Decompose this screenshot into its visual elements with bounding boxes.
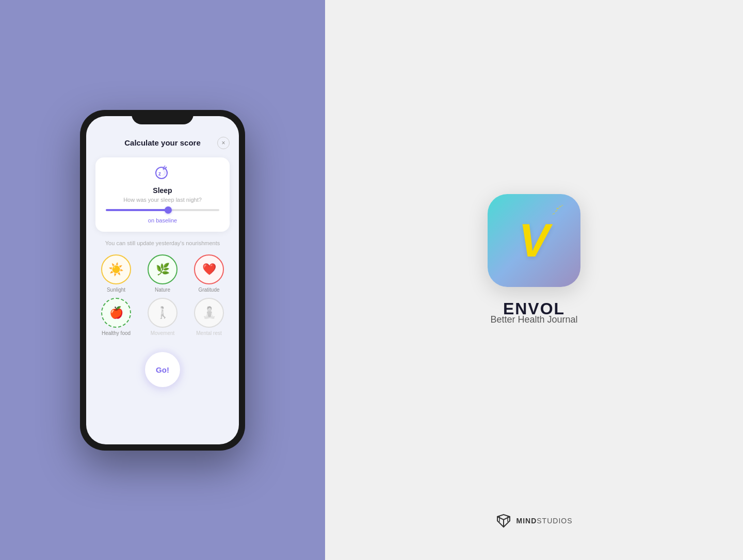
nourishments-grid: ☀️ Sunlight 🌿 Nature ❤️: [95, 254, 230, 336]
close-button[interactable]: ×: [217, 137, 230, 149]
phone-screen: Calculate your score × z z: [86, 116, 239, 444]
screen-header: Calculate your score ×: [95, 137, 230, 149]
ms-brand: MIND: [516, 517, 537, 525]
mental-label: Mental rest: [196, 330, 221, 336]
left-panel: Calculate your score × z z: [0, 0, 325, 560]
nature-icon: 🌿: [156, 263, 170, 276]
go-button[interactable]: Go!: [145, 352, 180, 387]
svg-text:z: z: [163, 167, 165, 170]
mental-circle: 🧘: [194, 298, 224, 328]
slider-fill: [106, 209, 168, 211]
app-icon: V: [488, 194, 580, 287]
food-icon: 🍎: [109, 306, 123, 319]
nature-label: Nature: [155, 287, 170, 293]
food-circle: 🍎: [101, 298, 131, 328]
nourish-item-gratitude[interactable]: ❤️ Gratitude: [188, 254, 230, 293]
phone-notch: [132, 110, 193, 124]
sleep-icon: z z z: [155, 166, 170, 183]
gratitude-label: Gratitude: [198, 287, 219, 293]
sunlight-icon: ☀️: [108, 262, 124, 277]
nourish-item-nature[interactable]: 🌿 Nature: [142, 254, 183, 293]
svg-point-6: [562, 205, 563, 206]
svg-text:z: z: [166, 166, 167, 169]
go-button-wrap: Go!: [139, 346, 186, 393]
gratitude-icon: ❤️: [202, 263, 216, 276]
right-panel: V ENVOL Better Health Journal: [325, 0, 743, 560]
slider-track: [106, 209, 219, 211]
sleep-title: Sleep: [153, 186, 172, 195]
movement-circle: 🚶: [148, 298, 177, 328]
nourish-item-mental-rest[interactable]: 🧘 Mental rest: [188, 298, 230, 336]
sleep-slider[interactable]: [106, 209, 219, 211]
gratitude-circle: ❤️: [194, 254, 224, 284]
sunlight-circle: ☀️: [101, 254, 131, 284]
svg-text:z: z: [158, 171, 161, 177]
svg-point-4: [557, 207, 558, 209]
phone-frame: Calculate your score × z z: [80, 110, 245, 451]
movement-label: Movement: [151, 330, 175, 336]
screen-content: Calculate your score × z z: [86, 116, 239, 444]
slider-thumb: [165, 206, 172, 214]
nourish-item-healthy-food[interactable]: 🍎 Healthy food: [95, 298, 137, 336]
nature-circle: 🌿: [148, 254, 177, 284]
sunlight-label: Sunlight: [107, 287, 125, 293]
screen-title: Calculate your score: [124, 138, 201, 147]
sleep-card: z z z Sleep How was your sleep last nigh…: [95, 157, 230, 232]
sleep-subtitle: How was your sleep last night?: [123, 197, 202, 203]
go-button-label: Go!: [156, 365, 169, 374]
nourish-item-sunlight[interactable]: ☀️ Sunlight: [95, 254, 137, 293]
nourishments-text: You can still update yesterday's nourish…: [105, 239, 220, 248]
close-icon: ×: [221, 139, 225, 147]
mindstudios-icon: [495, 513, 512, 529]
movement-icon: 🚶: [156, 306, 170, 319]
app-subtitle: Better Health Journal: [490, 314, 577, 325]
app-info: V ENVOL Better Health Journal: [488, 194, 580, 325]
birds-decoration: [539, 204, 565, 228]
mindstudios-text: MINDSTUDIOS: [516, 517, 572, 525]
svg-point-5: [559, 206, 560, 207]
go-glow: Go!: [139, 346, 186, 393]
slider-label: on baseline: [148, 217, 177, 223]
ms-brand-suffix: STUDIOS: [537, 517, 572, 525]
app-text: ENVOL Better Health Journal: [490, 299, 577, 325]
food-label: Healthy food: [102, 330, 131, 336]
nourish-item-movement[interactable]: 🚶 Movement: [142, 298, 183, 336]
mindstudios-logo: MINDSTUDIOS: [495, 513, 572, 529]
mental-icon: 🧘: [202, 306, 216, 319]
